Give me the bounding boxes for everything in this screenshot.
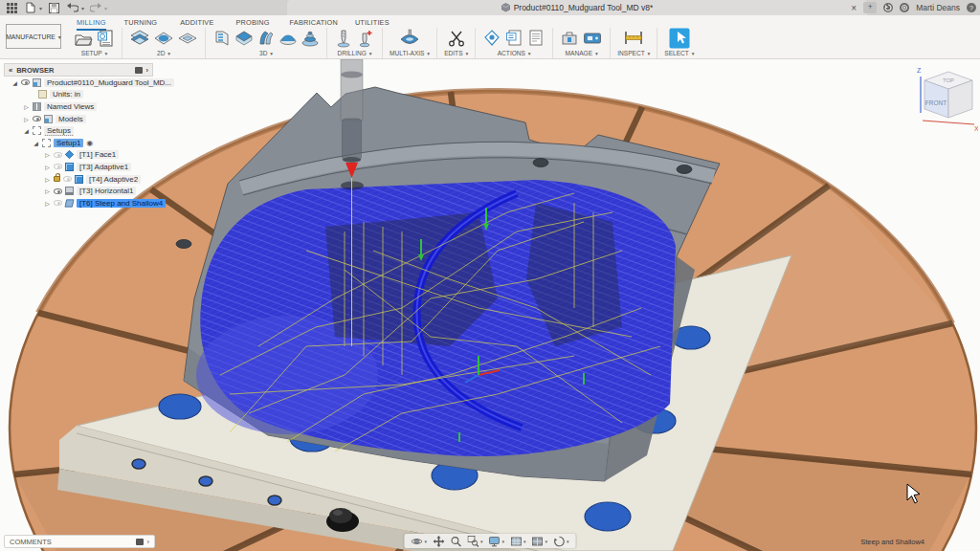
zoom-icon[interactable] xyxy=(450,536,461,547)
simulate-icon[interactable] xyxy=(482,29,501,48)
face-operation-icon xyxy=(65,150,74,159)
collapse-panel-icon[interactable]: « xyxy=(9,66,12,75)
app-grid-icon[interactable] xyxy=(4,2,19,13)
tool-library-icon[interactable] xyxy=(560,29,579,48)
group-select: SELECT ▾ xyxy=(657,28,701,58)
disclosure-icon[interactable]: ▷ xyxy=(44,151,51,158)
comments-chevron-icon[interactable]: › xyxy=(147,538,150,546)
setups-folder-icon xyxy=(33,126,41,135)
visibility-eye-icon[interactable] xyxy=(54,164,62,169)
visibility-eye-icon[interactable] xyxy=(54,200,62,206)
z-axis-label: Z xyxy=(917,67,922,74)
tree-item-setup1[interactable]: ◢ Setup1 ◉ xyxy=(4,137,167,149)
title-bar: ▾ ▾ ▾ Product#0110_Mudguard Tool_MD v8* … xyxy=(0,0,980,15)
disclosure-icon[interactable]: ◢ xyxy=(23,127,30,134)
help-icon[interactable]: ? xyxy=(967,3,976,12)
tree-item-face1[interactable]: ▷ [T1] Face1 xyxy=(4,149,167,162)
tree-item-named-views[interactable]: ▷ Named Views xyxy=(4,100,167,113)
redo-icon[interactable] xyxy=(88,2,103,13)
comments-label: COMMENTS xyxy=(10,538,52,546)
tree-item-units[interactable]: Units: in xyxy=(4,89,167,101)
notifications-icon[interactable] xyxy=(900,3,909,12)
view-cube[interactable]: TOP FRONT Z X xyxy=(903,59,978,132)
document-icon xyxy=(33,78,41,87)
disclosure-icon[interactable]: ▷ xyxy=(23,116,30,122)
scissors-icon[interactable] xyxy=(447,29,466,48)
browser-title: BROWSER xyxy=(16,66,54,75)
workspace-selector[interactable]: MANUFACTURE ▾ xyxy=(6,24,61,49)
bore-icon[interactable] xyxy=(356,29,375,48)
setup-sheet-icon[interactable] xyxy=(526,29,546,48)
document-tab[interactable]: Product#0110_Mudguard Tool_MD v8* xyxy=(287,0,867,15)
viewports-icon[interactable]: ▾ xyxy=(532,536,548,547)
2d-adaptive-icon[interactable] xyxy=(129,29,150,48)
pan-icon[interactable] xyxy=(433,536,444,547)
display-settings-icon[interactable]: ▾ xyxy=(488,536,504,547)
measure-icon[interactable] xyxy=(623,29,644,48)
machine-library-icon[interactable] xyxy=(582,29,603,48)
panel-chevron-icon[interactable]: › xyxy=(146,66,149,75)
3d-pocket-icon[interactable] xyxy=(234,29,254,48)
multiaxis-icon[interactable] xyxy=(398,29,421,48)
job-status-icon[interactable] xyxy=(883,3,893,12)
2d-face-icon[interactable] xyxy=(177,29,198,48)
3d-flow-icon[interactable] xyxy=(256,29,276,48)
tree-item-adaptive1[interactable]: ▷ [T3] Adaptive1 xyxy=(4,161,167,173)
toolpath-overlay xyxy=(196,180,676,456)
disclosure-icon[interactable]: ◢ xyxy=(33,140,39,146)
grid-settings-icon[interactable]: ▾ xyxy=(510,536,526,547)
x-axis xyxy=(923,121,974,124)
undo-caret[interactable]: ▾ xyxy=(81,5,84,11)
disclosure-icon[interactable]: ▷ xyxy=(44,200,51,207)
models-icon xyxy=(44,115,53,123)
comments-bar[interactable]: COMMENTS › xyxy=(4,535,155,548)
file-menu-icon[interactable] xyxy=(23,2,38,13)
x-axis-label: X xyxy=(974,125,978,132)
save-icon[interactable] xyxy=(46,2,61,13)
visibility-eye-icon[interactable] xyxy=(33,116,41,121)
disclosure-icon[interactable]: ▷ xyxy=(23,103,30,110)
disclosure-icon[interactable]: ▷ xyxy=(44,176,51,183)
viewcube-front-label: FRONT xyxy=(925,99,947,106)
group-manage: MANAGE ▾ xyxy=(552,28,610,58)
group-edits: EDITS ▾ xyxy=(436,28,475,58)
3d-adaptive-icon[interactable] xyxy=(212,29,232,48)
zoom-window-icon[interactable]: ▾ xyxy=(467,536,483,547)
gcode-setup-icon[interactable] xyxy=(96,29,115,48)
close-tab-icon[interactable]: × xyxy=(851,3,857,13)
tree-item-root[interactable]: ◢ Product#0110_Mudguard Tool_MD... xyxy=(4,77,167,89)
display-mode-icon[interactable] xyxy=(135,67,143,74)
new-setup-icon[interactable] xyxy=(74,29,93,48)
lock-icon xyxy=(54,176,60,182)
new-tab-icon[interactable]: + xyxy=(863,2,877,13)
3d-morph-icon[interactable] xyxy=(278,29,298,48)
visibility-eye-icon[interactable] xyxy=(54,152,62,158)
disclosure-icon[interactable]: ▷ xyxy=(44,164,51,170)
file-menu-caret[interactable]: ▾ xyxy=(39,5,42,11)
tree-item-steep-shallow4[interactable]: ▷ [T6] Steep and Shallow4 xyxy=(4,197,167,209)
user-name[interactable]: Marti Deans xyxy=(916,3,960,12)
tree-item-setups[interactable]: ◢ Setups xyxy=(4,124,167,137)
disclosure-icon[interactable]: ◢ xyxy=(11,79,18,86)
redo-caret[interactable]: ▾ xyxy=(104,5,107,11)
visibility-eye-icon[interactable] xyxy=(63,176,72,182)
group-multiaxis: MULTI-AXIS ▾ xyxy=(382,28,436,58)
visibility-eye-icon[interactable] xyxy=(21,79,30,85)
2d-pocket-icon[interactable] xyxy=(153,29,174,48)
tree-item-adaptive2[interactable]: ▷ [T4] Adaptive2 xyxy=(4,173,167,186)
tree-item-horizontal1[interactable]: ▷ [T3] Horizontal1 xyxy=(4,185,167,197)
post-process-icon[interactable] xyxy=(504,29,523,48)
tree-item-models[interactable]: ▷ Models xyxy=(4,113,167,125)
select-icon[interactable] xyxy=(669,28,690,49)
drill-icon[interactable] xyxy=(334,29,353,48)
orbit-icon[interactable]: ▾ xyxy=(411,536,427,547)
browser-panel: « BROWSER › ◢ Product#0110_Mudguard Tool… xyxy=(4,63,167,209)
disclosure-icon[interactable]: ▷ xyxy=(44,187,51,194)
navigation-bar: ▾ ▾ ▾ ▾ ▾ ▾ xyxy=(404,534,575,548)
steering-wheel-icon[interactable]: ▾ xyxy=(553,536,569,547)
3d-spiral-icon[interactable] xyxy=(301,29,320,48)
browser-header[interactable]: « BROWSER › xyxy=(4,63,153,77)
undo-icon[interactable] xyxy=(65,2,80,13)
wcs-target-icon[interactable]: ◉ xyxy=(86,139,93,147)
visibility-eye-icon[interactable] xyxy=(54,188,62,194)
